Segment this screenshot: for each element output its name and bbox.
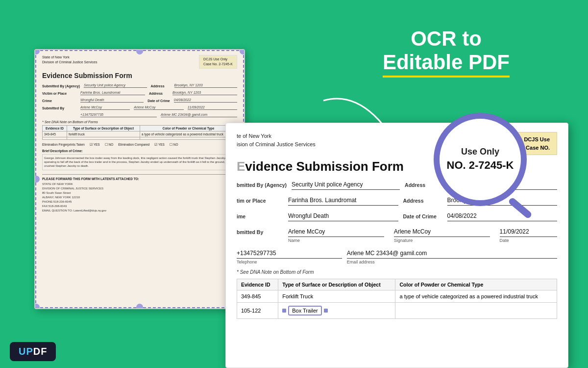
arrow-decoration — [318, 96, 397, 142]
evidence-col-type: Type of Surface or Description of Object — [278, 279, 395, 290]
table-row: 349-845 Forklift Truck a type of vehicle… — [237, 290, 557, 303]
scanned-doc-content: State of New York Division of Criminal J… — [35, 50, 244, 218]
scanned-row-agency: Submitted By (Agency) Security Unit poli… — [42, 83, 237, 88]
scanned-desc-label: Brief Description of Crime: — [42, 149, 237, 153]
evidence-col-id: Evidence ID — [237, 279, 278, 290]
scanned-elimination-row: Elimination Fingerprints Taken ☑ YES ☐ N… — [42, 143, 237, 147]
magnifier-circle: Use Only NO. 2-7245-K — [434, 113, 527, 206]
scanned-header-right: DCJS Use Only Case No. 2-7245-K — [199, 55, 237, 69]
scanned-row-victim: Victim or Place Farinha Bros. Laundromat… — [42, 91, 237, 95]
resize-handle-left[interactable] — [282, 309, 286, 313]
scanned-header-left: State of New York Division of Criminal J… — [42, 55, 97, 69]
box-trailer-cell: Box Trailer — [282, 306, 391, 315]
updf-up: UP — [19, 346, 33, 357]
updf-logo: UPDF — [10, 342, 56, 361]
ocr-title-line1: OCR to — [383, 27, 510, 51]
evidence-header-row: Evidence ID Type of Surface or Descripti… — [237, 279, 557, 290]
scanned-dna-note: * See DNA Note on Bottom of Forms — [42, 120, 237, 124]
evidence-id-2: 105-122 — [237, 303, 278, 319]
date-group: 11/09/2022 Date — [500, 228, 557, 243]
handle-bc[interactable] — [136, 304, 143, 309]
evidence-color-2 — [395, 303, 557, 319]
phone-group: +13475297735 Telephone — [237, 250, 342, 264]
evidence-type-1: Forklift Truck — [278, 290, 395, 303]
scanned-form-title: Evidence Submission Form — [42, 72, 237, 79]
ocr-title-line2-text: Editable PDF — [383, 51, 510, 77]
magnifier-body: Use Only NO. 2-7245-K — [434, 113, 541, 206]
evidence-color-1: a type of vehicle categorized as a power… — [395, 290, 557, 303]
box-trailer-value: Box Trailer — [288, 306, 322, 315]
scanned-row-crime: Crime Wrongful Death Date of Crime 04/08… — [42, 98, 237, 103]
evidence-col-color: Color of Powder or Chemical Type — [395, 279, 557, 290]
magnifier-case-no: NO. 2-7245-K — [447, 158, 514, 173]
editable-phone-email-row: +13475297735 Telephone Arlene MC 23434@ … — [237, 250, 557, 264]
scanned-forward-address: STATE OF NEW YORK DIVISION OF CRIMINAL J… — [42, 182, 237, 213]
scanned-forward-label: PLEASE FORWARD THIS FORM WITH LATENTS AT… — [42, 174, 237, 181]
ocr-title-line2: Editable PDF — [383, 51, 510, 77]
scanned-row-submitted: Submitted By Arlene McCoy Arlene McCoy 1… — [42, 105, 237, 110]
magnifier-handle — [508, 197, 533, 219]
resize-handle-right[interactable] — [324, 309, 328, 313]
table-row: 105-122 Box Trailer — [237, 303, 557, 319]
editable-submittedby-row: bmitted By Arlene McCoy Name Arlene McCo… — [237, 228, 557, 243]
updf-df: DF — [33, 346, 48, 357]
editable-header-left: te of New York ision of Criminal Justice… — [237, 132, 316, 155]
scanned-table-row-2 — [43, 137, 237, 139]
scanned-header: State of New York Division of Criminal J… — [42, 55, 237, 69]
scanned-row-phone: +13475297735 Arlene MC 23434@ gamil.com — [42, 113, 237, 117]
signature-group: Arlene McCoy Signature — [394, 228, 490, 243]
magnifier-content: Use Only NO. 2-7245-K — [447, 146, 514, 173]
magnifier: Use Only NO. 2-7245-K — [434, 113, 541, 221]
name-group: Arlene McCoy Name — [288, 228, 384, 243]
evidence-id-1: 349-845 — [237, 290, 278, 303]
ocr-title: OCR to Editable PDF — [383, 27, 510, 78]
scanned-document: State of New York Division of Criminal J… — [34, 49, 245, 309]
evidence-type-2: Box Trailer — [278, 303, 395, 319]
scanned-evidence-table: Evidence ID Type of Surface or Descripti… — [42, 125, 237, 140]
editable-evidence-table: Evidence ID Type of Surface or Descripti… — [237, 279, 557, 319]
dna-note: * See DNA Note on Bottom of Form — [237, 269, 557, 275]
scanned-table-row-1: 349-845 forklift truck a type of vehicle… — [43, 131, 237, 137]
magnifier-use-only: Use Only — [447, 146, 514, 158]
handle-bl[interactable] — [34, 304, 40, 309]
scanned-desc-text: George Johnson disconnected the box trai… — [42, 154, 237, 170]
email-group: Arlene MC 23434@ gamil.com Email address — [347, 250, 557, 264]
form-title-prefix: E — [237, 159, 245, 174]
